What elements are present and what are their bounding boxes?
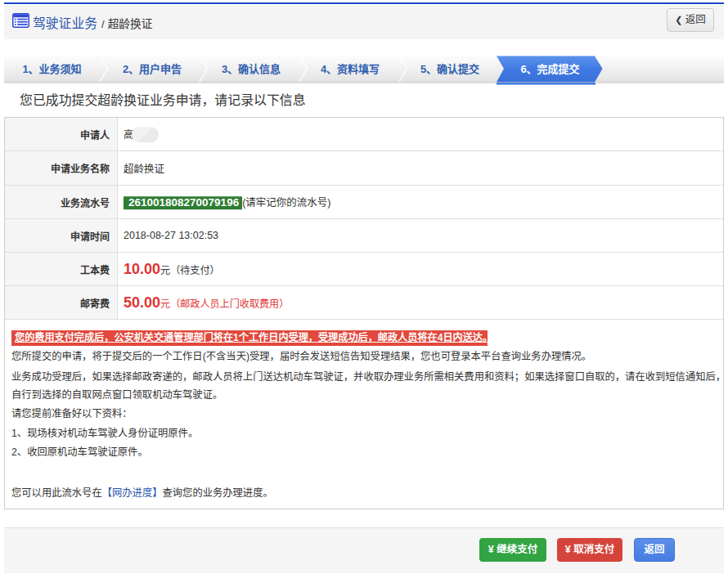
svg-text:6、完成提交: 6、完成提交 [520, 63, 579, 75]
svg-text:1、业务须知: 1、业务须知 [22, 63, 81, 75]
svg-text:3、确认信息: 3、确认信息 [222, 63, 281, 75]
svg-text:2、用户申告: 2、用户申告 [123, 63, 182, 75]
svg-text:4、资料填写: 4、资料填写 [321, 63, 380, 75]
svg-text:5、确认提交: 5、确认提交 [420, 63, 479, 75]
